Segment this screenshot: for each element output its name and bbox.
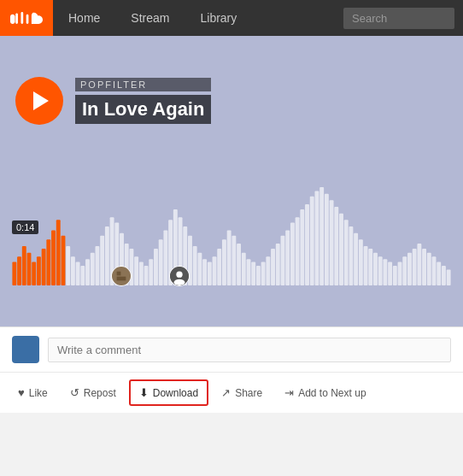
track-text: POPFILTER In Love Again — [75, 78, 211, 124]
playback-timestamp: 0:14 — [12, 220, 38, 234]
comment-bar — [0, 326, 463, 372]
add-to-next-button[interactable]: ⇥ Add to Next up — [275, 380, 375, 405]
svg-point-95 — [174, 279, 185, 285]
share-label: Share — [235, 387, 262, 399]
svg-point-94 — [176, 272, 182, 278]
repost-button[interactable]: ↺ Repost — [61, 380, 126, 405]
share-button[interactable]: ↗ Share — [212, 380, 272, 405]
comment-input[interactable] — [48, 338, 451, 362]
download-icon: ⬇ — [139, 386, 149, 399]
heart-icon: ♥ — [18, 386, 25, 399]
nav-bar: Home Stream Library — [0, 0, 463, 36]
like-button[interactable]: ♥ Like — [9, 380, 57, 405]
play-button[interactable] — [15, 77, 63, 125]
repost-icon: ↺ — [70, 386, 79, 399]
user-avatar — [12, 336, 39, 363]
track-title: In Love Again — [75, 95, 211, 124]
search-container — [335, 0, 463, 36]
search-input[interactable] — [343, 8, 454, 29]
repost-label: Repost — [84, 387, 116, 399]
share-icon: ↗ — [221, 386, 231, 399]
play-icon — [33, 91, 49, 110]
download-button[interactable]: ⬇ Download — [129, 379, 208, 406]
artist-label: POPFILTER — [75, 78, 211, 91]
action-bar: ♥ Like ↺ Repost ⬇ Download ↗ Share ⇥ Add… — [0, 372, 463, 413]
nav-library[interactable]: Library — [185, 0, 252, 36]
like-label: Like — [29, 387, 48, 399]
add-icon: ⇥ — [284, 386, 294, 399]
nav-links: Home Stream Library — [53, 0, 335, 36]
nav-home[interactable]: Home — [53, 0, 115, 36]
waveform-avatar-1 — [111, 266, 132, 286]
nav-stream[interactable]: Stream — [115, 0, 185, 36]
waveform-avatar-2 — [169, 266, 190, 286]
track-info: POPFILTER In Love Again — [15, 77, 211, 125]
svg-rect-91 — [117, 272, 121, 276]
download-label: Download — [153, 387, 198, 399]
waveform-avatars — [0, 264, 463, 288]
svg-rect-92 — [117, 277, 126, 281]
add-to-next-label: Add to Next up — [298, 387, 366, 399]
player-area: POPFILTER In Love Again 0:14 — [0, 36, 463, 326]
soundcloud-logo[interactable] — [0, 0, 53, 36]
